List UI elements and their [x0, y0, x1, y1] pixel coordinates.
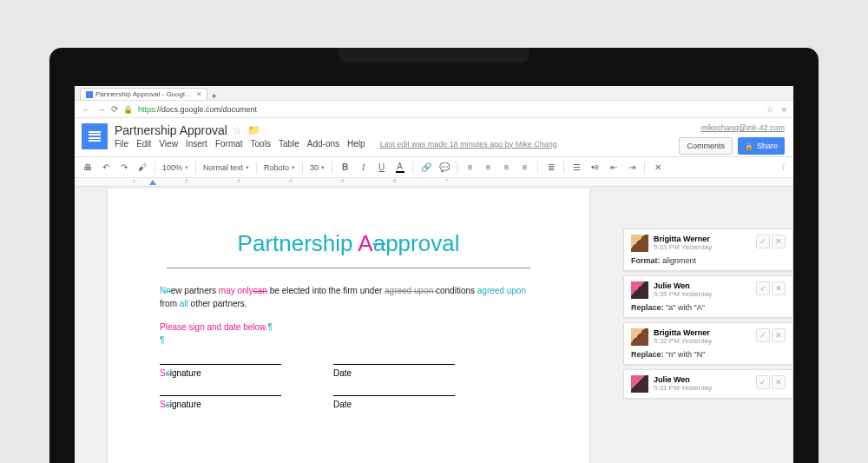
date-label[interactable]: Date	[333, 368, 455, 378]
toolbar-collapse-icon[interactable]: 〈	[775, 162, 786, 174]
docs-logo-icon[interactable]	[82, 123, 108, 149]
pilcrow-icon: ¶	[160, 335, 164, 345]
undo-icon[interactable]: ↶	[100, 162, 111, 172]
reject-suggestion-icon[interactable]: ✕	[772, 375, 786, 389]
comment-text: "a" with "A"	[666, 303, 705, 312]
suggestion-delete: can	[253, 286, 267, 295]
menu-bar: File Edit View Insert Format Tools Table…	[115, 139, 679, 149]
reject-suggestion-icon[interactable]: ✕	[772, 328, 786, 342]
comment-text: alignment	[662, 256, 696, 265]
line-spacing-icon[interactable]: ≣	[545, 162, 556, 172]
browser-menu-icon[interactable]: ≡	[782, 105, 786, 114]
comment-label: Replace:	[631, 303, 664, 312]
reload-icon[interactable]: ⟳	[111, 104, 118, 114]
menu-table[interactable]: Table	[279, 139, 299, 149]
date-line	[333, 395, 455, 397]
share-button[interactable]: 🔒 Share	[738, 137, 785, 155]
font-dropdown[interactable]: Roboto▾	[264, 163, 295, 172]
lock-icon: 🔒	[745, 142, 753, 150]
comment-label: Replace:	[631, 350, 664, 359]
align-right-icon[interactable]: ≡	[501, 162, 512, 172]
comment-author: Julie Wen	[654, 375, 712, 384]
signature-label[interactable]: Ssignature	[160, 400, 281, 409]
lock-icon: 🔒	[123, 105, 133, 114]
comment-author: Brigitta Werner	[654, 328, 712, 337]
accept-suggestion-icon[interactable]: ✓	[756, 235, 770, 248]
bulleted-list-icon[interactable]: •≡	[589, 162, 601, 172]
paragraph[interactable]: Nnew partners may onlycan be elected int…	[160, 284, 537, 310]
reject-suggestion-icon[interactable]: ✕	[772, 281, 786, 295]
zoom-dropdown[interactable]: 100%▾	[162, 163, 188, 172]
document-title[interactable]: Partnership Approval	[115, 123, 227, 137]
new-tab-button[interactable]: ▸	[213, 90, 217, 100]
date-label[interactable]: Date	[333, 400, 455, 409]
pilcrow-icon: ¶	[268, 322, 273, 332]
close-tab-icon[interactable]: ×	[196, 89, 201, 99]
comment-card[interactable]: Brigitta Werner 5:33 PM Yesterday ✓ ✕ Fo…	[623, 228, 793, 271]
doc-heading[interactable]: Partnership Aapproval	[160, 230, 537, 257]
browser-tab[interactable]: Partnership Approval - Googl... ×	[80, 88, 207, 100]
clear-format-icon[interactable]: ✕	[652, 162, 663, 172]
align-justify-icon[interactable]: ≡	[519, 162, 530, 172]
user-email[interactable]: mikechang@ink-42.com	[679, 123, 785, 132]
reject-suggestion-icon[interactable]: ✕	[772, 235, 786, 248]
toolbar: 🖶 ↶ ↷ 🖌 100%▾ Normal text▾ Roboto▾ 30▾ B…	[75, 157, 793, 178]
bold-icon[interactable]: B	[339, 162, 351, 172]
comment-time: 5:32 PM Yesterday	[654, 337, 712, 345]
folder-icon[interactable]: 📁	[247, 124, 260, 136]
numbered-list-icon[interactable]: ☰	[571, 162, 582, 172]
text-color-icon[interactable]: A	[394, 162, 405, 173]
print-icon[interactable]: 🖶	[82, 162, 93, 172]
edit-status[interactable]: Last edit was made 18 minutes ago by Mik…	[380, 140, 557, 149]
comment-time: 5:31 PM Yesterday	[654, 384, 712, 392]
signature-label[interactable]: Ssignature	[160, 368, 281, 378]
url-path: ://docs.google.com/document	[155, 105, 258, 114]
text: be elected into the firm under	[267, 286, 385, 295]
ruler[interactable]: 1 2 3 4 5 6 7	[75, 178, 793, 187]
underline-icon[interactable]: U	[376, 162, 387, 172]
link-icon[interactable]: 🔗	[420, 162, 431, 172]
url[interactable]: https://docs.google.com/document	[138, 105, 257, 114]
comment-card[interactable]: Brigitta Werner 5:32 PM Yesterday ✓ ✕ Re…	[623, 322, 793, 365]
comment-card[interactable]: Julie Wen 5:31 PM Yesterday ✓ ✕	[623, 369, 793, 399]
accept-suggestion-icon[interactable]: ✓	[756, 281, 770, 295]
comments-button[interactable]: Comments	[679, 137, 733, 155]
menu-insert[interactable]: Insert	[186, 139, 207, 149]
ruler-tick: 3	[237, 178, 289, 186]
menu-help[interactable]: Help	[347, 139, 365, 149]
menu-file[interactable]: File	[115, 139, 128, 149]
horizontal-rule	[167, 268, 530, 268]
font-size-dropdown[interactable]: 30▾	[310, 163, 325, 172]
comment-card[interactable]: Julie Wen 5:35 PM Yesterday ✓ ✕ Replace:…	[623, 275, 793, 318]
paragraph[interactable]: Please sign and date below.¶ ¶	[160, 321, 537, 347]
italic-icon[interactable]: I	[358, 162, 369, 172]
signature-line	[160, 395, 281, 397]
style-dropdown[interactable]: Normal text▾	[203, 163, 249, 172]
outdent-icon[interactable]: ⇤	[608, 162, 619, 172]
menu-edit[interactable]: Edit	[136, 139, 151, 149]
back-icon[interactable]: ←	[82, 104, 91, 115]
paint-format-icon[interactable]: 🖌	[136, 162, 148, 172]
menu-tools[interactable]: Tools	[251, 139, 271, 149]
ruler-tick: 6	[393, 178, 445, 186]
suggestion-insert: agreed upon	[477, 286, 526, 295]
bookmark-icon[interactable]: ☆	[766, 105, 773, 114]
menu-view[interactable]: View	[159, 139, 178, 149]
title-text: Partnership	[238, 230, 358, 256]
redo-icon[interactable]: ↷	[118, 162, 129, 172]
signature-line	[160, 364, 281, 366]
indent-icon[interactable]: ⇥	[626, 162, 637, 172]
align-center-icon[interactable]: ≡	[483, 162, 494, 172]
indent-marker-icon[interactable]	[149, 180, 155, 186]
accept-suggestion-icon[interactable]: ✓	[756, 328, 770, 342]
star-icon[interactable]: ☆	[233, 124, 242, 136]
style-value: Normal text	[203, 163, 243, 172]
menu-addons[interactable]: Add-ons	[307, 139, 339, 149]
comment-icon[interactable]: 💬	[438, 162, 450, 172]
document-page[interactable]: Partnership Aapproval Nnew partners may …	[108, 189, 589, 463]
forward-icon[interactable]: →	[96, 104, 106, 115]
align-left-icon[interactable]: ≡	[464, 162, 476, 172]
menu-format[interactable]: Format	[215, 139, 243, 149]
accept-suggestion-icon[interactable]: ✓	[756, 375, 770, 389]
text: ew partners	[171, 286, 219, 295]
